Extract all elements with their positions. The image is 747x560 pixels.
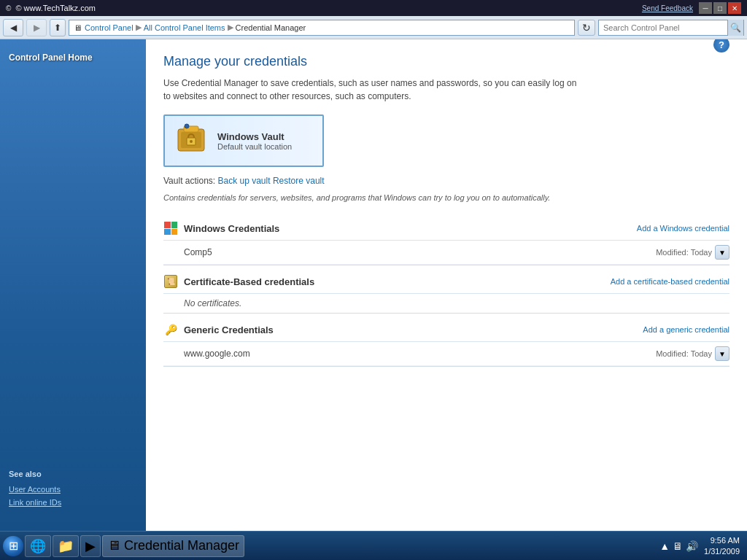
no-certificates-text: No certificates.	[163, 294, 729, 313]
taskbar-ie-button[interactable]: 🌐	[25, 535, 51, 557]
add-generic-credential-link[interactable]: Add a generic credential	[643, 325, 729, 334]
content-area: Manage your credentials ? Use Credential…	[146, 39, 747, 531]
refresh-button[interactable]: ↻	[578, 20, 595, 36]
minimize-button[interactable]: ─	[699, 2, 712, 14]
add-windows-credential-link[interactable]: Add a Windows credential	[637, 224, 729, 233]
svg-point-3	[190, 140, 193, 143]
svg-point-5	[185, 124, 189, 128]
maximize-button[interactable]: □	[713, 2, 727, 14]
generic-cred-header-left: 🔑 Generic Credentials	[163, 322, 274, 337]
vault-actions-label: Vault actions:	[163, 176, 215, 186]
cert-cred-icon: 📜	[163, 274, 178, 289]
main-layout: Control Panel Home See also User Account…	[0, 39, 747, 531]
start-button[interactable]: ⊞	[3, 536, 23, 556]
tray-volume-icon[interactable]: 🔊	[686, 540, 698, 552]
vault-box[interactable]: Windows Vault Default vault location	[163, 114, 324, 167]
taskbar: ⊞ 🌐 📁 ▶ 🖥 Credential Manager ▲ 🖥 🔊 9:56 …	[0, 531, 747, 560]
generic-cred-modified-text: Modified: Today	[656, 349, 712, 358]
back-button[interactable]: ◀	[3, 19, 23, 36]
windows-cred-header-left: Windows Credentials	[163, 221, 279, 236]
windows-cred-expand-button[interactable]: ▼	[715, 245, 729, 260]
send-feedback-link[interactable]: Send Feedback	[642, 4, 693, 12]
close-button[interactable]: ✕	[728, 2, 741, 14]
breadcrumb-arrow-2: ▶	[228, 23, 233, 32]
windows-cred-modified: Modified: Today ▼	[656, 245, 729, 260]
vault-text: Windows Vault Default vault location	[217, 131, 292, 151]
system-tray: ▲ 🖥 🔊 9:56 AM 1/31/2009	[655, 535, 744, 556]
vault-icon	[175, 123, 210, 158]
vault-name: Windows Vault	[217, 131, 292, 142]
vault-sub: Default vault location	[217, 142, 292, 151]
vault-actions: Vault actions: Back up vault Restore vau…	[163, 176, 729, 186]
windows-cred-item: Comp5 Modified: Today ▼	[163, 241, 729, 265]
address-path: 🖥 Control Panel ▶ All Control Panel Item…	[69, 20, 575, 36]
addressbar: ◀ ▶ ⬆ 🖥 Control Panel ▶ All Control Pane…	[0, 16, 747, 39]
breadcrumb-control-panel[interactable]: Control Panel	[85, 23, 133, 32]
windows-flag-icon	[164, 222, 177, 235]
windows-credentials-section: Windows Credentials Add a Windows creden…	[163, 215, 729, 265]
cert-cred-header-left: 📜 Certificate-Based credentials	[163, 274, 314, 289]
help-button[interactable]: ?	[713, 39, 729, 52]
title-logo: ©	[6, 4, 11, 12]
title-text: © www.TechTalkz.com	[15, 4, 642, 12]
tray-arrow-icon[interactable]: ▲	[659, 540, 670, 552]
window-controls: ─ □ ✕	[699, 2, 741, 14]
generic-cred-title: Generic Credentials	[184, 324, 274, 335]
forward-button[interactable]: ▶	[26, 19, 47, 36]
sidebar-item-user-accounts[interactable]: User Accounts	[0, 483, 146, 496]
certificate-credentials-header: 📜 Certificate-Based credentials Add a ce…	[163, 268, 729, 294]
windows-cred-modified-text: Modified: Today	[656, 248, 712, 257]
taskbar-media-button[interactable]: ▶	[80, 535, 101, 557]
breadcrumb-current: Credential Manager	[236, 23, 306, 32]
sidebar-item-link-online-ids[interactable]: Link online IDs	[0, 496, 146, 509]
titlebar: © © www.TechTalkz.com Send Feedback ─ □ …	[0, 0, 747, 16]
see-also-label: See also	[0, 458, 146, 483]
generic-cred-item: www.google.com Modified: Today ▼	[163, 342, 729, 366]
page-description: Use Credential Manager to save credentia…	[163, 77, 579, 103]
key-icon: 🔑	[164, 323, 177, 336]
generic-cred-name: www.google.com	[184, 349, 250, 359]
generic-cred-icon: 🔑	[163, 322, 178, 337]
sidebar: Control Panel Home See also User Account…	[0, 39, 146, 531]
breadcrumb-arrow-1: ▶	[136, 23, 142, 32]
sidebar-header[interactable]: Control Panel Home	[0, 47, 146, 71]
add-certificate-credential-link[interactable]: Add a certificate-based credential	[611, 277, 729, 286]
windows-cred-name: Comp5	[184, 247, 212, 257]
restore-vault-link[interactable]: Restore vault	[273, 176, 325, 186]
taskbar-active-window-button[interactable]: 🖥 Credential Manager	[102, 535, 244, 557]
up-button[interactable]: ⬆	[50, 19, 66, 36]
search-button[interactable]: 🔍	[727, 20, 743, 36]
windows-cred-icon	[163, 221, 178, 236]
clock-date: 1/31/2009	[704, 546, 740, 556]
windows-credentials-header: Windows Credentials Add a Windows creden…	[163, 215, 729, 241]
taskbar-explorer-button[interactable]: 📁	[53, 535, 79, 557]
search-input[interactable]	[599, 23, 727, 32]
certificate-icon: 📜	[164, 275, 177, 288]
clock[interactable]: 9:56 AM 1/31/2009	[704, 535, 740, 556]
clock-time: 9:56 AM	[704, 535, 740, 545]
generic-credentials-section: 🔑 Generic Credentials Add a generic cred…	[163, 316, 729, 367]
tray-network-icon[interactable]: 🖥	[673, 540, 683, 552]
tray-icons: ▲ 🖥 🔊	[659, 540, 698, 552]
breadcrumb-icon: 🖥	[74, 23, 82, 32]
generic-credentials-header: 🔑 Generic Credentials Add a generic cred…	[163, 316, 729, 342]
breadcrumb-all-items[interactable]: All Control Panel Items	[144, 23, 225, 32]
cert-cred-title: Certificate-Based credentials	[184, 276, 314, 287]
certificate-credentials-section: 📜 Certificate-Based credentials Add a ce…	[163, 268, 729, 314]
windows-cred-title: Windows Credentials	[184, 223, 279, 234]
search-box: 🔍	[598, 20, 744, 36]
generic-cred-expand-button[interactable]: ▼	[715, 346, 729, 361]
backup-vault-link[interactable]: Back up vault	[218, 176, 271, 186]
generic-cred-modified: Modified: Today ▼	[656, 346, 729, 361]
page-title: Manage your credentials	[163, 54, 307, 69]
vault-contains: Contains credentials for servers, websit…	[163, 193, 729, 202]
